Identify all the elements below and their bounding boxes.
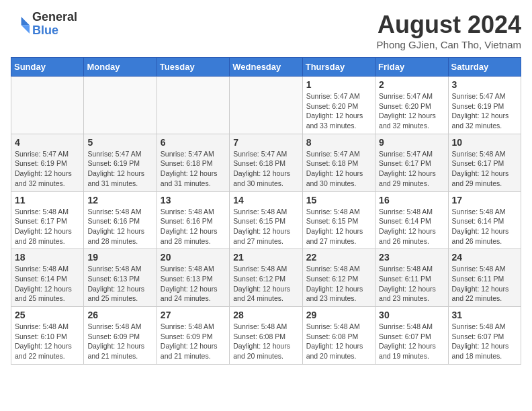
day-info: Sunrise: 5:47 AM Sunset: 6:19 PM Dayligh… [87, 149, 152, 189]
day-info: Sunrise: 5:48 AM Sunset: 6:09 PM Dayligh… [87, 322, 152, 361]
calendar-day-cell: 30Sunrise: 5:48 AM Sunset: 6:07 PM Dayli… [375, 307, 448, 365]
calendar-day-cell: 4Sunrise: 5:47 AM Sunset: 6:19 PM Daylig… [11, 134, 84, 191]
calendar-day-cell: 21Sunrise: 5:48 AM Sunset: 6:12 PM Dayli… [230, 249, 302, 307]
day-number: 24 [452, 252, 517, 263]
calendar-day-cell: 17Sunrise: 5:48 AM Sunset: 6:14 PM Dayli… [448, 191, 521, 249]
day-info: Sunrise: 5:48 AM Sunset: 6:13 PM Dayligh… [87, 264, 152, 304]
day-info: Sunrise: 5:47 AM Sunset: 6:18 PM Dayligh… [306, 149, 371, 189]
day-of-week-header: Saturday [448, 58, 521, 77]
logo-text: General Blue [32, 11, 77, 38]
day-number: 3 [452, 79, 517, 90]
day-info: Sunrise: 5:48 AM Sunset: 6:09 PM Dayligh… [161, 322, 226, 361]
calendar-day-cell: 9Sunrise: 5:47 AM Sunset: 6:17 PM Daylig… [375, 134, 448, 191]
day-number: 22 [306, 252, 371, 263]
svg-marker-0 [21, 17, 30, 25]
day-info: Sunrise: 5:48 AM Sunset: 6:07 PM Dayligh… [452, 322, 517, 361]
day-number: 30 [379, 310, 444, 320]
calendar-week-row: 4Sunrise: 5:47 AM Sunset: 6:19 PM Daylig… [11, 134, 521, 191]
calendar-day-cell [230, 77, 302, 134]
day-info: Sunrise: 5:47 AM Sunset: 6:20 PM Dayligh… [306, 91, 371, 131]
calendar-day-cell: 23Sunrise: 5:48 AM Sunset: 6:11 PM Dayli… [375, 249, 448, 307]
calendar-day-cell: 2Sunrise: 5:47 AM Sunset: 6:20 PM Daylig… [375, 77, 448, 134]
day-info: Sunrise: 5:48 AM Sunset: 6:17 PM Dayligh… [15, 207, 80, 246]
calendar-day-cell: 10Sunrise: 5:48 AM Sunset: 6:17 PM Dayli… [448, 134, 521, 191]
day-of-week-header: Monday [84, 58, 157, 77]
calendar-day-cell: 8Sunrise: 5:47 AM Sunset: 6:18 PM Daylig… [302, 134, 375, 191]
day-number: 10 [452, 137, 517, 148]
calendar-day-cell [84, 77, 157, 134]
day-info: Sunrise: 5:48 AM Sunset: 6:12 PM Dayligh… [233, 264, 298, 304]
calendar-day-cell: 31Sunrise: 5:48 AM Sunset: 6:07 PM Dayli… [448, 307, 521, 365]
calendar-day-cell: 25Sunrise: 5:48 AM Sunset: 6:10 PM Dayli… [11, 307, 84, 365]
calendar-day-cell: 12Sunrise: 5:48 AM Sunset: 6:16 PM Dayli… [84, 191, 157, 249]
calendar-day-cell: 29Sunrise: 5:48 AM Sunset: 6:08 PM Dayli… [302, 307, 375, 365]
logo-general: General [32, 10, 77, 24]
day-number: 28 [233, 310, 298, 320]
day-number: 8 [306, 137, 371, 148]
day-number: 16 [379, 195, 444, 205]
day-number: 20 [161, 252, 226, 263]
calendar-day-cell: 3Sunrise: 5:47 AM Sunset: 6:19 PM Daylig… [448, 77, 521, 134]
day-number: 11 [15, 195, 80, 205]
day-number: 9 [379, 137, 444, 148]
day-of-week-header: Wednesday [230, 58, 302, 77]
day-number: 25 [15, 310, 80, 320]
day-info: Sunrise: 5:47 AM Sunset: 6:19 PM Dayligh… [15, 149, 80, 189]
day-info: Sunrise: 5:48 AM Sunset: 6:15 PM Dayligh… [233, 207, 298, 246]
title-block: August 2024 Phong GJien, Can Tho, Vietna… [377, 11, 521, 50]
month-year-title: August 2024 [377, 11, 521, 39]
calendar-day-cell: 16Sunrise: 5:48 AM Sunset: 6:14 PM Dayli… [375, 191, 448, 249]
day-info: Sunrise: 5:48 AM Sunset: 6:12 PM Dayligh… [306, 264, 371, 304]
day-number: 26 [87, 310, 152, 320]
day-info: Sunrise: 5:48 AM Sunset: 6:11 PM Dayligh… [452, 264, 517, 304]
calendar-table: SundayMondayTuesdayWednesdayThursdayFrid… [11, 57, 521, 365]
day-info: Sunrise: 5:47 AM Sunset: 6:18 PM Dayligh… [161, 149, 226, 189]
day-info: Sunrise: 5:47 AM Sunset: 6:18 PM Dayligh… [233, 149, 298, 189]
day-number: 18 [15, 252, 80, 263]
logo-icon [11, 15, 30, 34]
day-info: Sunrise: 5:48 AM Sunset: 6:16 PM Dayligh… [87, 207, 152, 246]
day-number: 13 [161, 195, 226, 205]
svg-marker-1 [21, 25, 30, 33]
calendar-week-row: 1Sunrise: 5:47 AM Sunset: 6:20 PM Daylig… [11, 77, 521, 134]
day-info: Sunrise: 5:48 AM Sunset: 6:13 PM Dayligh… [161, 264, 226, 304]
day-number: 14 [233, 195, 298, 205]
calendar-day-cell: 11Sunrise: 5:48 AM Sunset: 6:17 PM Dayli… [11, 191, 84, 249]
calendar-day-cell: 5Sunrise: 5:47 AM Sunset: 6:19 PM Daylig… [84, 134, 157, 191]
day-number: 29 [306, 310, 371, 320]
day-info: Sunrise: 5:48 AM Sunset: 6:08 PM Dayligh… [306, 322, 371, 361]
location-subtitle: Phong GJien, Can Tho, Vietnam [377, 39, 521, 50]
day-number: 21 [233, 252, 298, 263]
day-number: 1 [306, 79, 371, 90]
day-info: Sunrise: 5:48 AM Sunset: 6:16 PM Dayligh… [161, 207, 226, 246]
day-of-week-header: Sunday [11, 58, 84, 77]
day-number: 17 [452, 195, 517, 205]
calendar-day-cell: 15Sunrise: 5:48 AM Sunset: 6:15 PM Dayli… [302, 191, 375, 249]
day-number: 19 [87, 252, 152, 263]
day-info: Sunrise: 5:48 AM Sunset: 6:07 PM Dayligh… [379, 322, 444, 361]
calendar-day-cell: 24Sunrise: 5:48 AM Sunset: 6:11 PM Dayli… [448, 249, 521, 307]
calendar-day-cell: 1Sunrise: 5:47 AM Sunset: 6:20 PM Daylig… [302, 77, 375, 134]
day-info: Sunrise: 5:47 AM Sunset: 6:17 PM Dayligh… [379, 149, 444, 189]
day-info: Sunrise: 5:47 AM Sunset: 6:19 PM Dayligh… [452, 91, 517, 131]
day-of-week-header: Thursday [302, 58, 375, 77]
day-info: Sunrise: 5:48 AM Sunset: 6:08 PM Dayligh… [233, 322, 298, 361]
calendar-week-row: 18Sunrise: 5:48 AM Sunset: 6:14 PM Dayli… [11, 249, 521, 307]
calendar-day-cell: 22Sunrise: 5:48 AM Sunset: 6:12 PM Dayli… [302, 249, 375, 307]
day-number: 2 [379, 79, 444, 90]
calendar-day-cell: 20Sunrise: 5:48 AM Sunset: 6:13 PM Dayli… [157, 249, 229, 307]
calendar-day-cell: 18Sunrise: 5:48 AM Sunset: 6:14 PM Dayli… [11, 249, 84, 307]
calendar-day-cell: 19Sunrise: 5:48 AM Sunset: 6:13 PM Dayli… [84, 249, 157, 307]
calendar-week-row: 11Sunrise: 5:48 AM Sunset: 6:17 PM Dayli… [11, 191, 521, 249]
day-info: Sunrise: 5:47 AM Sunset: 6:20 PM Dayligh… [379, 91, 444, 131]
day-info: Sunrise: 5:48 AM Sunset: 6:14 PM Dayligh… [15, 264, 80, 304]
day-number: 27 [161, 310, 226, 320]
svg-rect-2 [11, 15, 21, 26]
day-number: 15 [306, 195, 371, 205]
day-info: Sunrise: 5:48 AM Sunset: 6:15 PM Dayligh… [306, 207, 371, 246]
calendar-day-cell: 6Sunrise: 5:47 AM Sunset: 6:18 PM Daylig… [157, 134, 229, 191]
day-number: 31 [452, 310, 517, 320]
calendar-day-cell [11, 77, 84, 134]
logo-blue: Blue [32, 24, 58, 37]
day-of-week-header: Tuesday [157, 58, 229, 77]
